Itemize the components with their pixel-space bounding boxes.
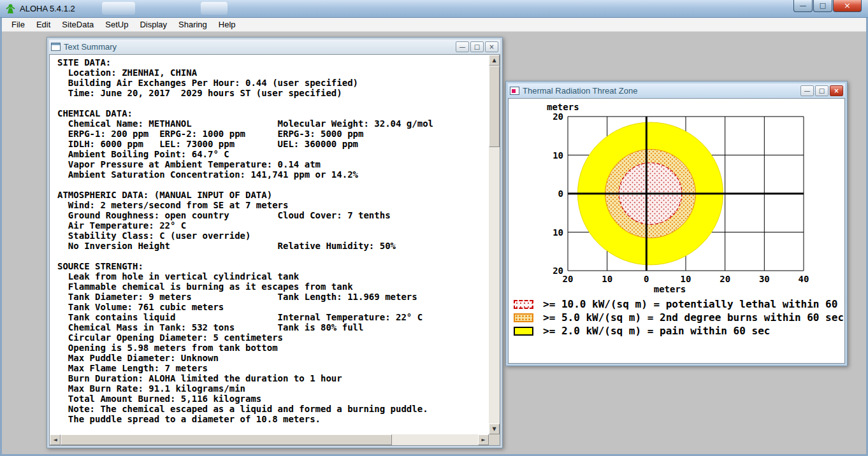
menu-item[interactable]: Edit xyxy=(31,18,56,31)
menu-item[interactable]: SiteData xyxy=(56,18,99,31)
text-summary-title: Text Summary xyxy=(64,42,452,52)
svg-text:meters: meters xyxy=(654,284,686,294)
legend-label: >= 2.0 kW/(sq m) = pain within 60 sec xyxy=(543,325,770,337)
menu-bar: File Edit SiteData SetUp Display Sharing… xyxy=(2,18,866,32)
svg-text:20: 20 xyxy=(553,266,563,276)
threat-zone-minimize-button[interactable]: — xyxy=(800,85,814,96)
app-titlebar[interactable]: ALOHA 5.4.1.2 — □ × xyxy=(0,0,868,18)
app-maximize-button[interactable]: □ xyxy=(813,0,832,12)
svg-text:20: 20 xyxy=(720,274,730,284)
app-title: ALOHA 5.4.1.2 xyxy=(20,4,75,13)
legend-label: >= 5.0 kW/(sq m) = 2nd degree burns with… xyxy=(543,311,844,324)
svg-text:0: 0 xyxy=(644,274,649,284)
scroll-left-icon[interactable]: ◄ xyxy=(50,434,61,445)
svg-text:10: 10 xyxy=(602,274,612,284)
app-close-button[interactable]: × xyxy=(833,0,862,12)
app-minimize-button[interactable]: — xyxy=(793,0,813,12)
svg-text:40: 40 xyxy=(799,274,809,284)
horizontal-scrollbar[interactable]: ◄ ► xyxy=(50,434,489,445)
svg-text:10: 10 xyxy=(553,150,563,160)
menu-item[interactable]: Display xyxy=(134,18,173,31)
scroll-up-icon[interactable]: ▲ xyxy=(489,55,500,66)
scroll-right-icon[interactable]: ► xyxy=(478,434,489,445)
menu-item[interactable]: Sharing xyxy=(173,18,213,31)
threat-zone-legend: >= 10.0 kW/(sq m) = potentially lethal w… xyxy=(509,297,844,338)
threat-zone-plot: 2010010203040201001020metersmeters xyxy=(509,99,845,295)
svg-text:0: 0 xyxy=(558,189,563,199)
aloha-app-icon xyxy=(5,3,16,14)
legend-swatch xyxy=(514,313,533,322)
svg-text:10: 10 xyxy=(553,227,563,238)
text-summary-window: Text Summary — □ × SITE DATA: Location: … xyxy=(47,37,503,448)
menu-item[interactable]: Help xyxy=(213,18,242,31)
threat-zone-titlebar[interactable]: Thermal Radiation Threat Zone — □ × xyxy=(508,83,845,98)
legend-row: >= 5.0 kW/(sq m) = 2nd degree burns with… xyxy=(509,311,844,324)
svg-text:10: 10 xyxy=(681,274,691,284)
titlebar-glare xyxy=(201,2,228,15)
text-summary-window-icon xyxy=(51,43,61,51)
svg-text:30: 30 xyxy=(759,274,770,284)
svg-text:20: 20 xyxy=(563,274,574,284)
threat-zone-close-button[interactable]: × xyxy=(830,85,843,96)
titlebar-glare xyxy=(102,2,135,15)
legend-row: >= 10.0 kW/(sq m) = potentially lethal w… xyxy=(509,297,844,311)
vertical-scroll-thumb[interactable] xyxy=(489,66,500,147)
threat-zone-body: 2010010203040201001020metersmeters >= 10… xyxy=(508,98,845,364)
horizontal-scroll-thumb[interactable] xyxy=(61,434,392,445)
scroll-down-icon[interactable]: ▼ xyxy=(489,424,500,434)
text-summary-close-button[interactable]: × xyxy=(485,41,498,52)
text-summary-minimize-button[interactable]: — xyxy=(456,41,469,52)
legend-label: >= 10.0 kW/(sq m) = potentially lethal w… xyxy=(543,298,845,310)
text-summary-content: SITE DATA: Location: ZHENHAI, CHINA Buil… xyxy=(50,55,489,434)
threat-zone-maximize-button[interactable]: □ xyxy=(815,85,828,96)
text-summary-titlebar[interactable]: Text Summary — □ × xyxy=(49,39,500,54)
menu-item[interactable]: SetUp xyxy=(99,18,134,31)
menu-item[interactable]: File xyxy=(6,18,31,31)
aloha-main-window: ALOHA 5.4.1.2 — □ × File Edit SiteData S… xyxy=(0,0,868,456)
legend-swatch xyxy=(514,327,533,336)
svg-text:20: 20 xyxy=(553,111,563,122)
legend-swatch xyxy=(514,300,533,309)
legend-row: >= 2.0 kW/(sq m) = pain within 60 sec xyxy=(509,324,844,338)
vertical-scrollbar[interactable]: ▲ ▼ xyxy=(489,55,500,434)
svg-text:meters: meters xyxy=(547,102,579,112)
threat-zone-window: Thermal Radiation Threat Zone — □ × xyxy=(505,81,848,366)
threat-zone-title: Thermal Radiation Threat Zone xyxy=(523,86,797,96)
threat-zone-window-icon xyxy=(510,87,519,95)
scrollbar-corner xyxy=(489,434,500,445)
mdi-workspace: Text Summary — □ × SITE DATA: Location: … xyxy=(2,32,866,454)
text-summary-body: SITE DATA: Location: ZHENHAI, CHINA Buil… xyxy=(49,54,500,446)
text-summary-maximize-button[interactable]: □ xyxy=(470,41,484,52)
